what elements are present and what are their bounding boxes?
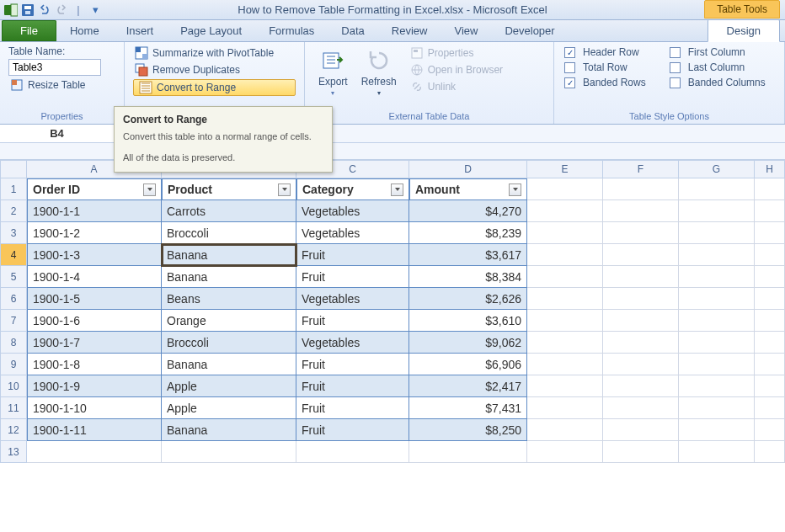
cell-A6[interactable]: 1900-1-5	[27, 288, 162, 310]
cell[interactable]	[527, 200, 603, 222]
cell-D12[interactable]: $8,250	[409, 419, 527, 441]
row-header-6[interactable]: 6	[0, 288, 27, 310]
cell-D9[interactable]: $6,906	[409, 354, 527, 375]
cell-C10[interactable]: Fruit	[296, 375, 409, 397]
cell-D4[interactable]: $3,617	[409, 244, 527, 266]
cell[interactable]	[603, 310, 679, 332]
filter-dropdown-icon[interactable]	[391, 184, 403, 196]
cell[interactable]	[755, 244, 785, 266]
tab-file[interactable]: File	[2, 20, 56, 41]
cell[interactable]	[755, 332, 785, 354]
cell[interactable]	[527, 244, 603, 266]
cell[interactable]	[527, 288, 603, 310]
row-header-11[interactable]: 11	[0, 397, 27, 419]
refresh-button[interactable]: Refresh▾	[356, 45, 402, 98]
filter-dropdown-icon[interactable]	[278, 184, 291, 196]
table-header-A[interactable]: Order ID	[27, 178, 162, 200]
cell-B5[interactable]: Banana	[162, 266, 296, 288]
cell-B7[interactable]: Orange	[162, 310, 296, 332]
convert-to-range-button[interactable]: Convert to Range	[133, 79, 296, 96]
cell[interactable]	[679, 441, 755, 463]
cell[interactable]	[603, 222, 679, 244]
tab-formulas[interactable]: Formulas	[255, 20, 328, 41]
cell[interactable]	[755, 200, 785, 222]
table-name-input[interactable]	[8, 59, 101, 76]
cell[interactable]	[679, 222, 755, 244]
cell[interactable]	[603, 354, 679, 375]
col-header-E[interactable]: E	[527, 160, 603, 178]
cell-C6[interactable]: Vegetables	[296, 288, 409, 310]
cell[interactable]	[527, 178, 603, 200]
cell[interactable]	[527, 310, 603, 332]
tab-home[interactable]: Home	[56, 20, 113, 41]
row-header-5[interactable]: 5	[0, 266, 27, 288]
cell[interactable]	[679, 244, 755, 266]
cell[interactable]	[679, 354, 755, 375]
cell[interactable]	[755, 354, 785, 375]
cell[interactable]	[603, 266, 679, 288]
tab-page-layout[interactable]: Page Layout	[167, 20, 255, 41]
cell[interactable]	[603, 419, 679, 441]
cell[interactable]	[679, 200, 755, 222]
col-header-H[interactable]: H	[755, 160, 785, 178]
filter-dropdown-icon[interactable]	[143, 184, 156, 196]
cell[interactable]	[679, 310, 755, 332]
table-header-B[interactable]: Product	[162, 178, 296, 200]
select-all-corner[interactable]	[0, 160, 27, 178]
cell[interactable]	[527, 441, 603, 463]
export-button[interactable]: Export▾	[313, 45, 353, 98]
cell-C5[interactable]: Fruit	[296, 266, 409, 288]
name-box[interactable]: B4	[0, 125, 115, 142]
resize-table-button[interactable]: Resize Table	[8, 77, 115, 93]
tab-view[interactable]: View	[441, 20, 491, 41]
worksheet-grid[interactable]: ABCDEFGH1Order IDProductCategoryAmount21…	[0, 160, 785, 463]
cell-B10[interactable]: Apple	[162, 375, 296, 397]
check-first-column[interactable]: First Column	[668, 45, 767, 59]
tab-developer[interactable]: Developer	[491, 20, 568, 41]
cell[interactable]	[755, 288, 785, 310]
summarize-pivot-button[interactable]: Summarize with PivotTable	[133, 45, 296, 61]
cell-B3[interactable]: Broccoli	[162, 222, 296, 244]
cell-D6[interactable]: $2,626	[409, 288, 527, 310]
cell-A7[interactable]: 1900-1-6	[27, 310, 162, 332]
qat-customize-icon[interactable]: ▾	[88, 3, 103, 18]
cell-A9[interactable]: 1900-1-8	[27, 354, 162, 375]
cell-B8[interactable]: Broccoli	[162, 332, 296, 354]
filter-dropdown-icon[interactable]	[509, 184, 521, 196]
check-total-row[interactable]: Total Row	[563, 61, 648, 74]
check-banded-rows[interactable]: ✓Banded Rows	[563, 76, 648, 89]
cell-C4[interactable]: Fruit	[296, 244, 409, 266]
check-banded-columns[interactable]: Banded Columns	[668, 76, 767, 89]
row-header-4[interactable]: 4	[0, 244, 27, 266]
cell[interactable]	[527, 375, 603, 397]
cell-B4[interactable]: Banana	[162, 244, 296, 266]
cell[interactable]	[755, 441, 785, 463]
cell-C3[interactable]: Vegetables	[296, 222, 409, 244]
row-header-10[interactable]: 10	[0, 375, 27, 397]
cell-D2[interactable]: $4,270	[409, 200, 527, 222]
cell[interactable]	[755, 375, 785, 397]
cell[interactable]	[162, 441, 296, 463]
cell[interactable]	[679, 375, 755, 397]
cell-A5[interactable]: 1900-1-4	[27, 266, 162, 288]
row-header-13[interactable]: 13	[0, 441, 27, 463]
cell-A11[interactable]: 1900-1-10	[27, 397, 162, 419]
tab-data[interactable]: Data	[328, 20, 377, 41]
cell[interactable]	[603, 397, 679, 419]
cell[interactable]	[755, 397, 785, 419]
col-header-G[interactable]: G	[679, 160, 755, 178]
cell[interactable]	[679, 332, 755, 354]
cell[interactable]	[755, 178, 785, 200]
cell[interactable]	[603, 441, 679, 463]
cell[interactable]	[603, 178, 679, 200]
cell-D3[interactable]: $8,239	[409, 222, 527, 244]
cell[interactable]	[296, 441, 409, 463]
undo-icon[interactable]	[37, 3, 52, 18]
col-header-D[interactable]: D	[409, 160, 527, 178]
check-last-column[interactable]: Last Column	[668, 61, 767, 74]
cell-D8[interactable]: $9,062	[409, 332, 527, 354]
cell[interactable]	[755, 419, 785, 441]
cell-B6[interactable]: Beans	[162, 288, 296, 310]
cell[interactable]	[603, 375, 679, 397]
cell[interactable]	[679, 178, 755, 200]
